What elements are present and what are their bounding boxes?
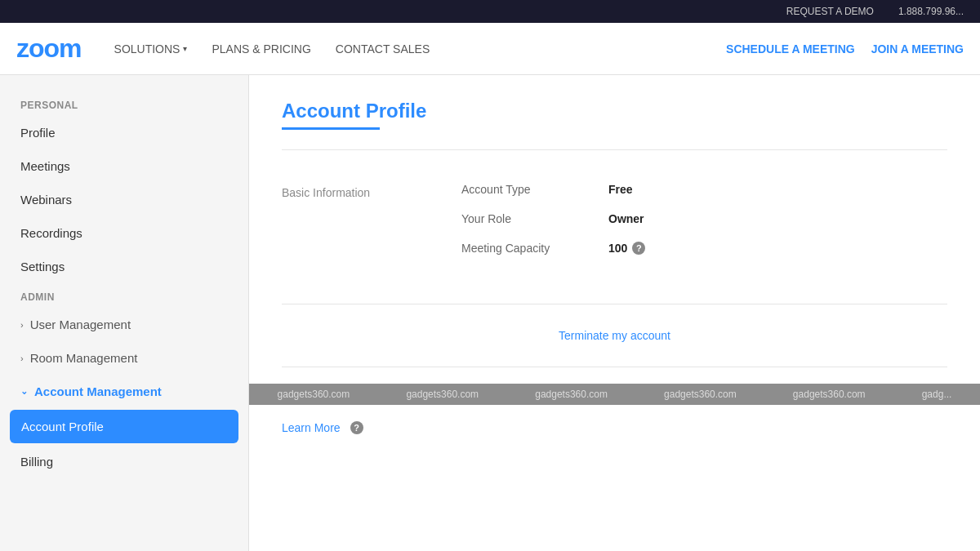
sidebar-item-account-management[interactable]: ⌄ Account Management — [0, 375, 248, 408]
basic-info-label: Basic Information — [282, 183, 461, 271]
nav-bar: zoom SOLUTIONS ▾ PLANS & PRICING CONTACT… — [0, 23, 980, 75]
account-type-label: Account Type — [461, 183, 608, 196]
plans-pricing-nav-link[interactable]: PLANS & PRICING — [212, 42, 310, 56]
main-layout: PERSONAL Profile Meetings Webinars Recor… — [0, 75, 980, 551]
phone-number: 1.888.799.96... — [898, 6, 964, 17]
your-role-label: Your Role — [461, 212, 608, 225]
sidebar-item-billing[interactable]: Billing — [0, 445, 248, 478]
your-role-row: Your Role Owner — [461, 212, 947, 225]
nav-left: zoom SOLUTIONS ▾ PLANS & PRICING CONTACT… — [16, 33, 430, 64]
account-type-value: Free — [608, 183, 633, 196]
meeting-capacity-row: Meeting Capacity 100 ? — [461, 242, 947, 255]
sidebar-item-account-profile[interactable]: Account Profile — [10, 410, 238, 443]
nav-right: SCHEDULE A MEETING JOIN A MEETING — [726, 42, 964, 56]
middle-divider — [282, 304, 947, 304]
sidebar-item-meetings[interactable]: Meetings — [0, 149, 248, 183]
learn-more-help-icon[interactable]: ? — [350, 421, 363, 434]
top-bar: REQUEST A DEMO 1.888.799.96... — [0, 0, 980, 23]
request-demo-link[interactable]: REQUEST A DEMO — [786, 6, 874, 17]
terminate-account-link[interactable]: Terminate my account — [282, 321, 947, 350]
page-title: Account Profile — [282, 100, 947, 122]
basic-info-section: Basic Information Account Type Free Your… — [282, 167, 947, 287]
bottom-divider — [282, 367, 947, 367]
user-management-chevron-icon: › — [20, 320, 24, 330]
main-content: Account Profile Basic Information Accoun… — [249, 75, 980, 551]
your-role-value: Owner — [608, 212, 644, 225]
meeting-capacity-label: Meeting Capacity — [461, 242, 608, 255]
solutions-nav-link[interactable]: SOLUTIONS ▾ — [114, 42, 188, 56]
info-data-col: Account Type Free Your Role Owner Meetin… — [461, 183, 947, 271]
meeting-capacity-help-icon[interactable]: ? — [632, 242, 645, 255]
sidebar-item-user-management[interactable]: › User Management — [0, 308, 248, 341]
zoom-logo[interactable]: zoom — [16, 33, 82, 64]
account-type-row: Account Type Free — [461, 183, 947, 196]
solutions-chevron-icon: ▾ — [183, 44, 187, 53]
sidebar-item-room-management[interactable]: › Room Management — [0, 341, 248, 375]
contact-sales-nav-link[interactable]: CONTACT SALES — [336, 42, 430, 56]
admin-section-label: ADMIN — [0, 283, 248, 308]
sidebar-item-settings[interactable]: Settings — [0, 250, 248, 283]
watermark-bar: gadgets360.com gadgets360.com gadgets360… — [249, 384, 980, 405]
learn-more-section: Learn More ? — [282, 405, 947, 451]
sidebar: PERSONAL Profile Meetings Webinars Recor… — [0, 75, 249, 551]
sidebar-item-webinars[interactable]: Webinars — [0, 183, 248, 216]
top-divider — [282, 149, 947, 150]
sidebar-item-profile[interactable]: Profile — [0, 116, 248, 149]
meeting-capacity-value: 100 — [608, 242, 627, 255]
sidebar-item-recordings[interactable]: Recordings — [0, 216, 248, 250]
room-management-chevron-icon: › — [20, 353, 24, 363]
learn-more-link[interactable]: Learn More — [282, 421, 341, 434]
join-meeting-link[interactable]: JOIN A MEETING — [871, 42, 964, 56]
title-underline — [282, 127, 380, 130]
schedule-meeting-link[interactable]: SCHEDULE A MEETING — [726, 42, 855, 56]
nav-links: SOLUTIONS ▾ PLANS & PRICING CONTACT SALE… — [114, 42, 430, 56]
account-management-chevron-icon: ⌄ — [20, 386, 28, 397]
personal-section-label: PERSONAL — [0, 91, 248, 116]
